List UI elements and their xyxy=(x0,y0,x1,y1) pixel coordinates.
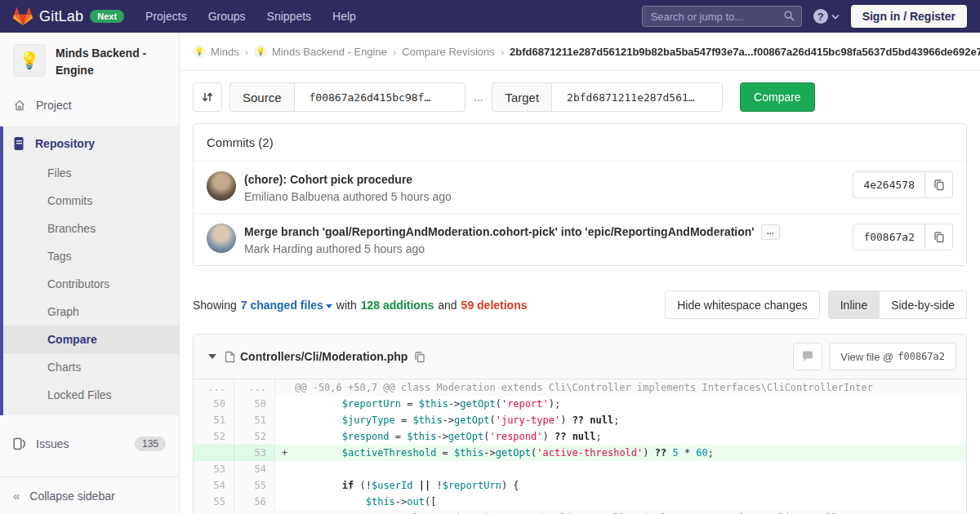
toggle-comments-button[interactable] xyxy=(793,343,822,370)
commit-sha: 4e264578 xyxy=(853,171,925,198)
diff-line-row: 5252 $respond = $this->getOpt('respond')… xyxy=(194,428,966,445)
project-avatar: 💡 xyxy=(13,44,46,77)
changes-summary-bar: Showing 7 changed files with 128 additio… xyxy=(193,290,967,319)
hide-whitespace-button[interactable]: Hide whitespace changes xyxy=(665,290,820,319)
code-line: + $activeThreshold = $this->getOpt('acti… xyxy=(275,445,966,461)
sidebar-item-project[interactable]: Project xyxy=(0,89,179,122)
sidebar-item-repository[interactable]: Repository xyxy=(3,126,179,159)
commit-sha: f00867a2 xyxy=(853,224,925,250)
range-separator: ... xyxy=(473,91,485,104)
source-input[interactable] xyxy=(294,82,466,112)
diff-line-row: 5050 $reportUrn = $this->getOpt('report'… xyxy=(194,396,966,412)
copy-file-path-icon[interactable] xyxy=(414,351,425,363)
nav-projects[interactable]: Projects xyxy=(145,10,187,23)
changed-files-dropdown[interactable]: 7 changed files xyxy=(241,299,332,312)
gitlab-logo[interactable]: GitLab Next xyxy=(13,7,124,26)
sidebar-item-graph[interactable]: Graph xyxy=(3,298,179,326)
breadcrumb-separator: › xyxy=(245,46,248,58)
line-number: ... xyxy=(194,379,234,396)
diff-file-name[interactable]: Controllers/Cli/Moderation.php xyxy=(240,350,408,363)
sidebar-item-issues[interactable]: Issues 135 xyxy=(0,427,179,461)
sidebar-item-locked-files[interactable]: Locked Files xyxy=(3,381,179,409)
target-input[interactable] xyxy=(551,82,723,112)
commit-author-avatar[interactable] xyxy=(207,171,236,201)
line-number[interactable]: 53 xyxy=(194,461,234,477)
showing-label: Showing xyxy=(193,299,237,312)
nav-snippets[interactable]: Snippets xyxy=(267,10,311,23)
collapse-sidebar-button[interactable]: « Collapse sidebar xyxy=(0,476,179,514)
additions-count: 128 additions xyxy=(361,299,434,312)
sidebar-item-commits[interactable]: Commits xyxy=(3,187,179,215)
caret-down-icon xyxy=(326,304,332,308)
sidebar-item-compare[interactable]: Compare xyxy=(3,326,179,353)
commit-sha-widget: 4e264578 xyxy=(853,171,953,198)
line-number[interactable]: 52 xyxy=(234,428,275,445)
sidebar-item-label: Repository xyxy=(35,137,95,150)
logo-text: GitLab xyxy=(39,8,83,25)
line-number[interactable]: 52 xyxy=(194,428,234,445)
code-line: $respond = $this->getOpt('respond') ?? n… xyxy=(275,428,966,445)
line-number[interactable]: 55 xyxy=(194,494,234,510)
commits-header: Commits (2) xyxy=(194,124,966,162)
breadcrumb: 💡 Minds › 💡 Minds Backend - Engine › Com… xyxy=(180,33,980,71)
chevron-down-icon xyxy=(831,14,840,20)
commit-title[interactable]: Merge branch 'goal/ReportingAndModeratio… xyxy=(244,224,780,240)
line-number[interactable]: 54 xyxy=(234,461,275,477)
code-line: $this->out([ xyxy=(275,494,966,510)
line-number: ... xyxy=(234,379,275,396)
sidebar-item-charts[interactable]: Charts xyxy=(3,353,179,381)
line-number[interactable]: 56 xyxy=(234,494,275,510)
copy-sha-button[interactable] xyxy=(925,224,953,250)
line-number[interactable]: 50 xyxy=(194,396,234,412)
line-number[interactable]: 54 xyxy=(194,477,234,494)
issues-icon xyxy=(13,437,26,450)
collapse-icon: « xyxy=(13,489,20,503)
line-number: ... xyxy=(234,510,275,514)
sidebar-item-label: Issues xyxy=(36,437,69,450)
commit-row: Merge branch 'goal/ReportingAndModeratio… xyxy=(194,213,966,265)
nav-help[interactable]: Help xyxy=(332,10,356,23)
line-number: ... xyxy=(194,510,234,514)
copy-icon xyxy=(933,231,945,243)
line-number[interactable]: 51 xyxy=(194,412,234,428)
sidebar-item-files[interactable]: Files xyxy=(3,159,179,187)
line-number[interactable]: 50 xyxy=(234,396,275,412)
line-number[interactable]: 51 xyxy=(234,412,275,428)
sign-in-button[interactable]: Sign in / Register xyxy=(851,5,967,28)
sidebar-item-branches[interactable]: Branches xyxy=(3,215,179,242)
target-field-group: Target xyxy=(492,82,723,112)
help-dropdown[interactable]: ? xyxy=(813,9,840,24)
sidebar-item-tags[interactable]: Tags xyxy=(3,242,179,270)
swap-revisions-button[interactable] xyxy=(193,82,222,112)
search-input[interactable] xyxy=(642,6,802,27)
next-badge: Next xyxy=(90,10,124,23)
copy-sha-button[interactable] xyxy=(925,171,953,198)
code-line: $reportUrn = $this->getOpt('report'); xyxy=(275,396,966,412)
commit-title[interactable]: (chore): Cohort pick procedure xyxy=(244,171,452,188)
search-icon[interactable] xyxy=(783,10,795,22)
line-number[interactable]: 53 xyxy=(234,445,275,461)
breadcrumb-compare-revisions[interactable]: Compare Revisions xyxy=(402,46,494,58)
diff-file-panel: Controllers/Cli/Moderation.php View file… xyxy=(193,334,967,514)
inline-view-button[interactable]: Inline xyxy=(828,290,879,319)
code-line: if (!$userId || !$reportUrn) { xyxy=(275,477,966,494)
search-box xyxy=(642,6,802,27)
side-by-side-view-button[interactable]: Side-by-side xyxy=(879,290,967,319)
view-file-button[interactable]: View file @f00867a2 xyxy=(829,343,956,370)
line-number[interactable]: 55 xyxy=(234,477,275,494)
deletions-count: 59 deletions xyxy=(461,299,528,312)
line-number xyxy=(194,445,234,461)
commit-author-avatar[interactable] xyxy=(207,224,236,253)
document-icon xyxy=(13,137,25,150)
compare-button[interactable]: Compare xyxy=(740,82,815,112)
compare-form: Source ... Target Compare xyxy=(193,82,967,112)
project-context-header[interactable]: 💡 Minds Backend - Engine xyxy=(0,33,179,89)
breadcrumb-minds[interactable]: 💡 Minds xyxy=(193,45,239,58)
collapse-file-caret[interactable] xyxy=(208,354,216,359)
commit-row: (chore): Cohort pick procedure Emiliano … xyxy=(194,162,966,213)
breadcrumb-project[interactable]: 💡 Minds Backend - Engine xyxy=(254,45,387,58)
expand-commit-message-button[interactable]: ... xyxy=(761,224,780,240)
diff-line-row: 53+ $activeThreshold = $this->getOpt('ac… xyxy=(194,445,966,461)
sidebar-item-contributors[interactable]: Contributors xyxy=(3,270,179,298)
nav-groups[interactable]: Groups xyxy=(208,10,246,23)
